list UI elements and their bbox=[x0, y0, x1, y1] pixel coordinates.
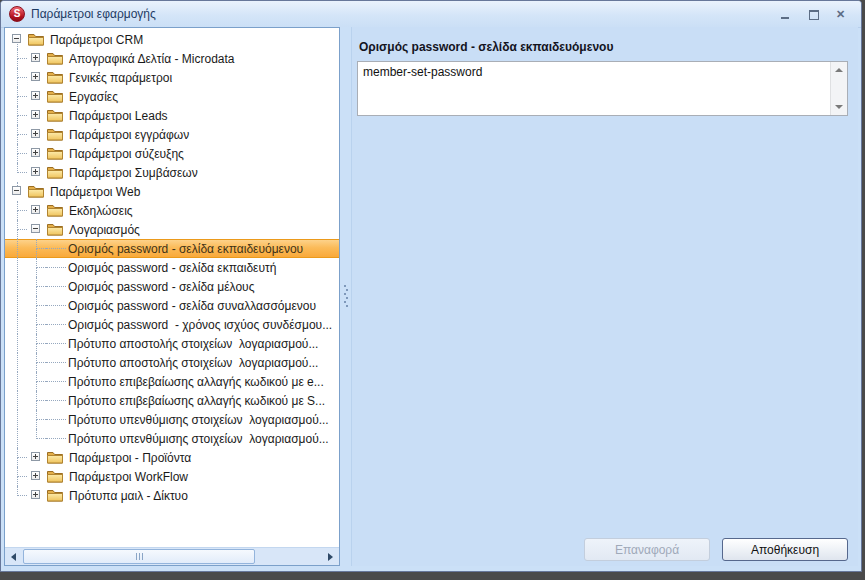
tree-horizontal-scrollbar[interactable] bbox=[5, 547, 339, 565]
tree-item-label: Γενικές παράμετροι bbox=[66, 70, 175, 86]
expand-icon[interactable] bbox=[31, 205, 40, 214]
collapse-icon[interactable] bbox=[12, 186, 21, 195]
folder-icon bbox=[47, 489, 63, 502]
folder-icon bbox=[47, 71, 63, 84]
scroll-right-arrow-icon[interactable] bbox=[322, 548, 339, 565]
tree-item-label: Παράμετροι Συμβάσεων bbox=[66, 165, 201, 181]
tree-item[interactable]: Ορισμός password - σελίδα εκπαιδευόμενου bbox=[5, 239, 339, 258]
folder-icon bbox=[47, 128, 63, 141]
tree-item[interactable]: Ορισμός password - σελίδα μέλους bbox=[5, 277, 339, 296]
tree-item[interactable]: Πρότυπο υπενθύμισης στοιχείων λογαριασμο… bbox=[5, 429, 339, 448]
tree-item-label: Πρότυπο υπενθύμισης στοιχείων λογαριασμο… bbox=[65, 412, 332, 428]
tree-item[interactable]: Πρότυπο αποστολής στοιχείων λογαριασμού.… bbox=[5, 334, 339, 353]
expand-icon[interactable] bbox=[31, 110, 40, 119]
tree-item[interactable]: Ορισμός password - χρόνος ισχύος συνδέσμ… bbox=[5, 315, 339, 334]
tree-item[interactable]: Πρότυπο αποστολής στοιχείων λογαριασμού.… bbox=[5, 353, 339, 372]
maximize-button[interactable] bbox=[808, 9, 819, 20]
tree-item-label: Ορισμός password - σελίδα εκπαιδευτή bbox=[65, 260, 279, 276]
minimize-button[interactable] bbox=[780, 9, 791, 20]
tree-folder-item[interactable]: Παράμετροι σύζευξης bbox=[5, 144, 339, 163]
tree-folder-item[interactable]: Παράμετροι Web bbox=[5, 182, 339, 201]
tree-item-label: Πρότυπο επιβεβαίωσης αλλαγής κωδικού με … bbox=[65, 374, 327, 390]
app-logo-icon: S bbox=[9, 6, 25, 22]
expand-icon[interactable] bbox=[31, 167, 40, 176]
tree-item-label: Ορισμός password - σελίδα εκπαιδευόμενου bbox=[65, 241, 306, 257]
scroll-up-arrow-icon[interactable] bbox=[835, 68, 843, 72]
tree-item-label: Παράμετροι CRM bbox=[47, 32, 146, 48]
expand-icon[interactable] bbox=[31, 91, 40, 100]
tree-item[interactable]: Πρότυπο υπενθύμισης στοιχείων λογαριασμο… bbox=[5, 410, 339, 429]
tree-item-label: Παράμετροι Leads bbox=[66, 108, 171, 124]
expand-icon[interactable] bbox=[31, 471, 40, 480]
tree-item-label: Πρότυπο υπενθύμισης στοιχείων λογαριασμο… bbox=[65, 431, 332, 447]
tree-item-label: Ορισμός password - σελίδα συναλλασσόμενο… bbox=[65, 298, 319, 314]
tree-folder-item[interactable]: Παράμετροι CRM bbox=[5, 30, 339, 49]
tree-folder-item[interactable]: Εργασίες bbox=[5, 87, 339, 106]
maximize-icon bbox=[809, 10, 819, 20]
close-icon: ✕ bbox=[836, 7, 845, 21]
tree-item[interactable]: Ορισμός password - σελίδα εκπαιδευτή bbox=[5, 258, 339, 277]
folder-icon bbox=[47, 147, 63, 160]
reset-button[interactable]: Επαναφορά bbox=[584, 538, 710, 561]
tree-folder-item[interactable]: Παράμετροι εγγράφων bbox=[5, 125, 339, 144]
window-controls: ✕ bbox=[780, 9, 847, 20]
title-bar: S Παράμετροι εφαρμογής ✕ bbox=[1, 1, 861, 28]
expand-icon[interactable] bbox=[31, 148, 40, 157]
collapse-icon[interactable] bbox=[31, 224, 40, 233]
collapse-icon[interactable] bbox=[12, 34, 21, 43]
scroll-left-arrow-icon[interactable] bbox=[5, 548, 22, 565]
tree: Παράμετροι CRMΑπογραφικά Δελτία - Microd… bbox=[5, 28, 339, 547]
parameter-value-input[interactable]: member-set-password bbox=[358, 62, 830, 115]
expand-icon[interactable] bbox=[31, 129, 40, 138]
action-buttons: Επαναφορά Αποθήκευση bbox=[584, 538, 848, 561]
tree-item-label: Εκδηλώσεις bbox=[66, 203, 136, 219]
tree-folder-item[interactable]: Απογραφικά Δελτία - Microdata bbox=[5, 49, 339, 68]
tree-item-label: Παράμετροι Web bbox=[47, 184, 143, 200]
parameter-value-field-wrap: member-set-password bbox=[357, 61, 848, 116]
scroll-down-arrow-icon[interactable] bbox=[835, 105, 843, 109]
tree-item[interactable]: Πρότυπο επιβεβαίωσης αλλαγής κωδικού με … bbox=[5, 391, 339, 410]
expand-icon[interactable] bbox=[31, 490, 40, 499]
tree-item-label: Πρότυπα μαιλ - Δίκτυο bbox=[66, 488, 191, 504]
tree-folder-item[interactable]: Πρότυπα μαιλ - Δίκτυο bbox=[5, 486, 339, 505]
tree-item-label: Παράμετροι εγγράφων bbox=[66, 127, 192, 143]
tree-item[interactable]: Ορισμός password - σελίδα συναλλασσόμενο… bbox=[5, 296, 339, 315]
parameters-tree-panel: Παράμετροι CRMΑπογραφικά Δελτία - Microd… bbox=[4, 27, 340, 566]
splitter-grip-icon bbox=[344, 285, 346, 287]
tree-item-label: Παράμετροι - Προϊόντα bbox=[66, 450, 194, 466]
folder-icon bbox=[47, 451, 63, 464]
tree-item-label: Ορισμός password - χρόνος ισχύος συνδέσμ… bbox=[65, 317, 335, 333]
tree-item[interactable]: Πρότυπο επιβεβαίωσης αλλαγής κωδικού με … bbox=[5, 372, 339, 391]
folder-icon bbox=[47, 109, 63, 122]
folder-icon bbox=[47, 470, 63, 483]
expand-icon[interactable] bbox=[31, 53, 40, 62]
tree-folder-item[interactable]: Λογαριασμός bbox=[5, 220, 339, 239]
expand-icon[interactable] bbox=[31, 72, 40, 81]
scrollbar-thumb[interactable] bbox=[23, 549, 255, 564]
tree-folder-item[interactable]: Παράμετροι Συμβάσεων bbox=[5, 163, 339, 182]
parameter-detail-panel: Ορισμός password - σελίδα εκπαιδευόμενου… bbox=[352, 27, 858, 566]
field-vertical-scrollbar[interactable] bbox=[830, 62, 847, 115]
minimize-icon bbox=[781, 17, 789, 19]
panel-splitter[interactable] bbox=[340, 27, 352, 566]
tree-folder-item[interactable]: Εκδηλώσεις bbox=[5, 201, 339, 220]
save-button[interactable]: Αποθήκευση bbox=[722, 538, 848, 561]
tree-folder-item[interactable]: Παράμετροι Leads bbox=[5, 106, 339, 125]
tree-folder-item[interactable]: Παράμετροι - Προϊόντα bbox=[5, 448, 339, 467]
folder-icon bbox=[28, 185, 44, 198]
parameter-title: Ορισμός password - σελίδα εκπαιδευόμενου bbox=[352, 27, 858, 54]
folder-icon bbox=[47, 223, 63, 236]
tree-item-label: Παράμετροι σύζευξης bbox=[66, 146, 187, 162]
tree-folder-item[interactable]: Γενικές παράμετροι bbox=[5, 68, 339, 87]
expand-icon[interactable] bbox=[31, 452, 40, 461]
tree-item-label: Απογραφικά Δελτία - Microdata bbox=[66, 51, 238, 67]
tree-item-label: Πρότυπο επιβεβαίωσης αλλαγής κωδικού με … bbox=[65, 393, 328, 409]
tree-item-label: Ορισμός password - σελίδα μέλους bbox=[65, 279, 257, 295]
tree-item-label: Εργασίες bbox=[66, 89, 121, 105]
tree-item-label: Πρότυπο αποστολής στοιχείων λογαριασμού.… bbox=[65, 336, 321, 352]
folder-icon bbox=[47, 166, 63, 179]
close-button[interactable]: ✕ bbox=[836, 9, 847, 20]
tree-folder-item[interactable]: Παράμετροι WorkFlow bbox=[5, 467, 339, 486]
folder-icon bbox=[47, 90, 63, 103]
folder-icon bbox=[47, 204, 63, 217]
